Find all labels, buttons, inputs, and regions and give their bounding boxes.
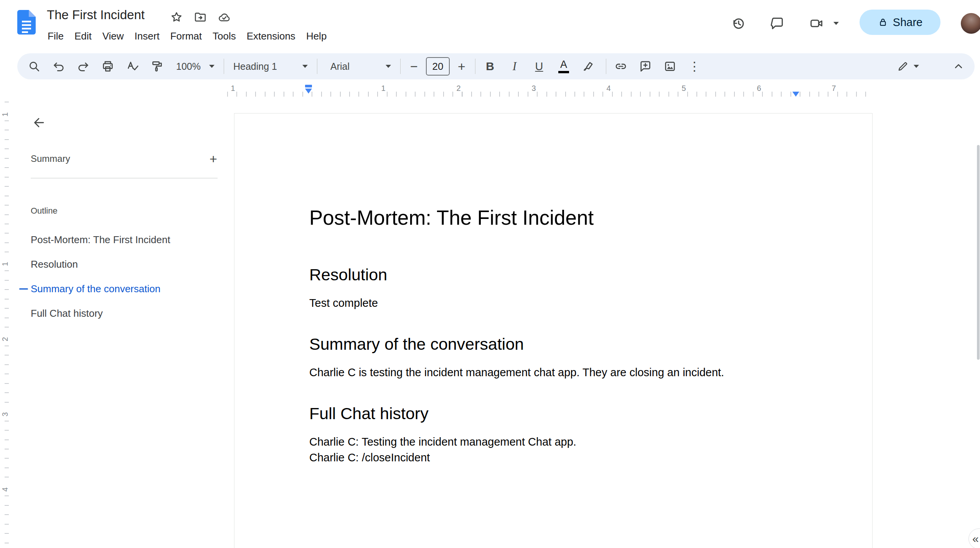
vertical-ruler: 1 1 2 3 4 <box>0 102 12 548</box>
menu-tools[interactable]: Tools <box>207 28 241 44</box>
undo-icon[interactable] <box>48 56 69 77</box>
zoom-value: 100% <box>176 61 201 72</box>
toolbar: 100% Heading 1 Arial − 20 + B I U A ⋮ <box>17 53 975 79</box>
font-family-select[interactable]: Arial <box>325 56 396 77</box>
docs-logo-icon[interactable] <box>17 10 36 35</box>
left-indent-marker[interactable] <box>305 89 312 94</box>
menu-edit[interactable]: Edit <box>69 28 97 44</box>
font-size-input[interactable]: 20 <box>426 57 450 76</box>
paragraph-style-select[interactable]: Heading 1 <box>228 56 313 77</box>
doc-paragraph[interactable]: Test complete <box>309 295 796 311</box>
cloud-saved-icon[interactable] <box>217 10 231 24</box>
italic-button[interactable]: I <box>504 56 525 77</box>
doc-title-heading[interactable]: Post-Mortem: The First Incident <box>309 206 796 230</box>
horizontal-ruler: 1 1 2 3 4 5 6 7 <box>0 79 980 102</box>
paragraph-style-value: Heading 1 <box>233 61 277 72</box>
share-label: Share <box>893 16 922 29</box>
avatar[interactable] <box>961 13 980 34</box>
toolbar-divider <box>606 59 606 74</box>
outline-item-full-chat-history[interactable]: Full Chat history <box>17 301 226 326</box>
doc-heading-resolution[interactable]: Resolution <box>309 265 796 285</box>
text-color-glyph: A <box>560 59 567 70</box>
video-call-caret-icon[interactable] <box>833 22 839 25</box>
app-header: The First Incident File Edit View Insert… <box>0 0 980 53</box>
toolbar-divider <box>317 59 317 74</box>
text-color-button[interactable]: A <box>553 56 574 77</box>
document-content[interactable]: Post-Mortem: The First Incident Resoluti… <box>234 114 872 466</box>
collapse-toolbar-icon[interactable] <box>948 56 969 77</box>
outline-item-post-mortem[interactable]: Post-Mortem: The First Incident <box>17 227 226 252</box>
move-folder-icon[interactable] <box>193 10 207 24</box>
menu-insert[interactable]: Insert <box>129 28 165 44</box>
version-history-icon[interactable] <box>727 12 750 35</box>
doc-heading-full-chat[interactable]: Full Chat history <box>309 403 796 423</box>
menu-bar: File Edit View Insert Format Tools Exten… <box>42 28 332 44</box>
right-indent-marker[interactable] <box>792 92 799 97</box>
paragraph-group: Charlie C: Testing the incident manageme… <box>309 434 796 466</box>
print-icon[interactable] <box>97 56 119 77</box>
zoom-select[interactable]: 100% <box>171 56 220 77</box>
text-color-bar <box>558 71 569 73</box>
add-summary-button[interactable]: + <box>204 150 223 168</box>
star-icon[interactable] <box>170 10 183 24</box>
summary-label: Summary <box>31 153 70 164</box>
increase-font-size-button[interactable]: + <box>452 56 471 77</box>
vertical-scrollbar[interactable] <box>977 145 980 360</box>
doc-paragraph[interactable]: Charlie C: /closeIncident <box>309 450 796 466</box>
menu-file[interactable]: File <box>42 28 69 44</box>
chevron-down-icon <box>302 65 308 68</box>
outline-item-summary-of-conversation[interactable]: Summary of the conversation <box>17 276 226 301</box>
redo-icon[interactable] <box>73 56 94 77</box>
more-options-button[interactable]: ⋮ <box>684 56 705 77</box>
ruler-label: 2 <box>1 335 10 344</box>
outline-item-label: Summary of the conversation <box>31 283 160 295</box>
add-comment-icon[interactable] <box>635 56 656 77</box>
font-family-value: Arial <box>330 61 350 72</box>
back-arrow-icon[interactable] <box>28 112 49 133</box>
doc-heading-summary[interactable]: Summary of the conversation <box>309 334 796 354</box>
ruler-ticks <box>227 92 873 97</box>
toolbar-divider <box>475 59 475 74</box>
outline-item-label: Full Chat history <box>31 308 103 319</box>
doc-paragraph[interactable]: Charlie C is testing the incident manage… <box>309 365 796 380</box>
outline-item-label: Resolution <box>31 258 78 270</box>
video-call-icon[interactable] <box>805 12 828 35</box>
decrease-font-size-button[interactable]: − <box>404 56 424 77</box>
underline-button[interactable]: U <box>528 56 550 77</box>
menu-extensions[interactable]: Extensions <box>241 28 301 44</box>
outline-items: Post-Mortem: The First Incident Resoluti… <box>17 227 226 326</box>
editing-mode-button[interactable] <box>889 56 926 77</box>
menu-view[interactable]: View <box>97 28 129 44</box>
doc-paragraph[interactable]: Charlie C: Testing the incident manageme… <box>309 434 796 450</box>
chevron-down-icon <box>914 65 919 68</box>
toolbar-divider <box>400 59 401 74</box>
first-line-indent-marker[interactable] <box>305 85 312 87</box>
insert-image-icon[interactable] <box>659 56 681 77</box>
menu-format[interactable]: Format <box>165 28 207 44</box>
side-panel-toggle-button[interactable]: « <box>968 528 980 548</box>
spellcheck-icon[interactable] <box>122 56 143 77</box>
ruler-label: 1 <box>1 110 10 119</box>
summary-row: Summary + <box>31 150 223 168</box>
comments-icon[interactable] <box>766 12 789 35</box>
outline-label: Outline <box>31 206 58 216</box>
pencil-icon <box>897 60 909 72</box>
document-title[interactable]: The First Incident <box>47 6 145 24</box>
paint-format-icon[interactable] <box>146 56 168 77</box>
link-icon[interactable] <box>610 56 632 77</box>
document-page[interactable]: Post-Mortem: The First Incident Resoluti… <box>234 113 873 548</box>
toolbar-divider <box>224 59 224 74</box>
search-icon[interactable] <box>23 56 45 77</box>
divider <box>31 178 218 178</box>
outline-item-resolution[interactable]: Resolution <box>17 252 226 276</box>
menu-help[interactable]: Help <box>301 28 332 44</box>
share-button[interactable]: Share <box>860 10 940 35</box>
ruler-label: 1 <box>1 260 10 268</box>
paragraph-group: Charlie C is testing the incident manage… <box>309 365 796 380</box>
highlight-color-icon[interactable] <box>577 56 599 77</box>
bold-button[interactable]: B <box>479 56 501 77</box>
chevron-down-icon <box>386 65 391 68</box>
current-position-dash <box>19 288 28 290</box>
paragraph-group: Test complete <box>309 295 796 311</box>
outline-sidebar: Summary + Outline Post-Mortem: The First… <box>17 102 226 548</box>
